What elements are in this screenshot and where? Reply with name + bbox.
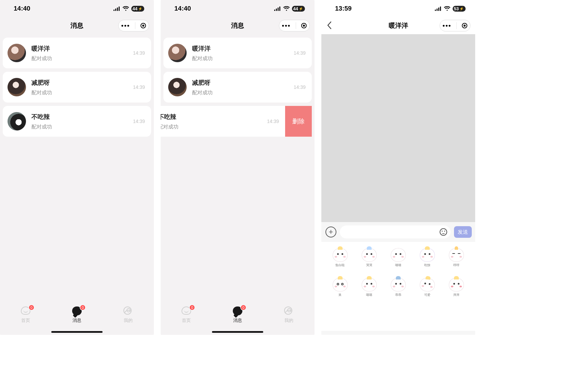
tab-label: 首页 [182,317,191,324]
sticker-item[interactable]: 嘻嘻 [359,278,380,297]
attach-button[interactable]: + [325,227,336,237]
delete-button[interactable]: 删除 [285,106,312,137]
sticker-item[interactable]: 拜拜 [446,278,467,297]
phone-messages-list: 14:40 44⚡ 消息 ••• 暖洋洋 配对成功 [0,0,154,335]
tab-home[interactable]: 0 首页 [21,306,30,324]
chat-message-area[interactable] [321,34,475,222]
conversation-name: 不吃辣 [161,113,267,121]
close-icon[interactable] [141,23,146,28]
conversation-item[interactable]: 减肥呀 配对成功 14:39 [3,72,151,102]
sticker-item[interactable]: 喵喵 [388,248,409,268]
status-time: 14:40 [174,5,191,12]
battery-icon: 53⚡ [453,6,466,12]
conversation-time: 14:39 [294,50,306,56]
tab-label: 消息 [72,317,81,324]
back-button[interactable] [327,21,332,31]
conversation-time: 14:39 [294,84,306,90]
sticker-panel: 告白啦 哭哭 喵喵 吃惊 哼哼 呆 嘻嘻 乖乖 可爱 拜拜 [321,242,475,331]
sticker-caption: 拜拜 [446,293,467,297]
close-icon[interactable] [462,23,467,28]
sticker-caption: 哭哭 [359,263,380,268]
conversation-preview: 配对成功 [192,55,294,62]
avatar [168,78,187,96]
close-icon[interactable] [301,23,307,28]
conversation-preview: 配对成功 [31,90,133,96]
badge: 0 [189,304,195,311]
more-icon[interactable]: ••• [443,22,452,29]
battery-icon: 44⚡ [131,6,144,12]
sticker-item[interactable]: 哼哼 [446,248,467,268]
sticker-caption: 可爱 [417,293,438,297]
svg-rect-9 [437,9,438,11]
more-icon[interactable]: ••• [121,22,130,29]
tab-label: 消息 [233,317,242,324]
svg-rect-6 [278,8,279,11]
sticker-item[interactable]: 吃惊 [417,248,438,268]
sticker-item[interactable]: 乖乖 [388,278,409,297]
status-bar: 14:40 44⚡ [0,0,154,17]
battery-icon: 44⚡ [292,6,305,12]
conversation-item[interactable]: 不吃辣 配对成功 14:39 [3,106,151,137]
tab-mine[interactable]: 我的 [284,306,294,324]
tab-label: 我的 [124,317,133,324]
sticker-caption: 告白啦 [330,263,351,268]
message-input[interactable] [340,226,451,238]
conversation-time: 14:39 [133,119,145,124]
sticker-caption: 喵喵 [388,263,409,268]
svg-rect-0 [113,10,115,11]
sticker-item[interactable]: 可爱 [417,278,438,297]
status-time: 14:40 [14,5,30,12]
svg-rect-1 [115,9,116,11]
sticker-caption: 乖乖 [388,293,409,297]
sticker-caption: 嘻嘻 [359,293,380,297]
sticker-item[interactable]: 告白啦 [330,248,351,268]
conversation-item[interactable]: 暖洋洋 配对成功 14:39 [163,38,312,68]
miniprogram-capsule[interactable]: ••• [440,20,470,31]
tab-label: 首页 [21,317,30,324]
wifi-icon [283,6,290,11]
emoji-button[interactable] [440,228,447,236]
home-indicator [51,331,103,333]
svg-rect-4 [274,10,275,11]
conversation-item[interactable]: 减肥呀 配对成功 14:39 [163,72,312,102]
avatar [8,44,26,62]
conversation-item-swiped[interactable]: 不吃辣 配对成功 14:39 删除 [161,106,312,137]
conversation-name: 减肥呀 [31,79,133,87]
tab-messages[interactable]: 0 消息 [233,306,242,324]
conversation-list: 暖洋洋 配对成功 14:39 减肥呀 配对成功 14:39 不吃辣 配对成功 1… [0,34,154,137]
avatar [8,78,26,96]
conversation-name: 暖洋洋 [192,44,294,53]
tab-home[interactable]: 0 首页 [182,306,191,324]
conversation-time: 14:39 [267,119,279,124]
signal-icon [113,6,120,11]
svg-rect-5 [276,9,277,11]
tab-mine[interactable]: 我的 [123,306,133,324]
page-title: 消息 [70,21,83,30]
badge: 0 [240,304,246,311]
conversation-item[interactable]: 暖洋洋 配对成功 14:39 [3,38,151,68]
header: 消息 ••• [161,17,315,34]
conversation-preview: 配对成功 [31,124,133,130]
header: 消息 ••• [0,17,154,34]
wifi-icon [444,6,451,11]
profile-icon [284,306,292,315]
miniprogram-capsule[interactable]: ••• [118,20,149,31]
chat-header: 暖洋洋 ••• [321,17,475,34]
svg-rect-11 [440,6,441,11]
tab-label: 我的 [284,317,293,324]
chat-input-bar: + 发送 [321,222,475,242]
conversation-name: 暖洋洋 [31,44,133,53]
conversation-time: 14:39 [133,50,145,56]
signal-icon [435,6,442,11]
sticker-caption: 吃惊 [417,263,438,268]
tab-messages[interactable]: 0 消息 [72,306,82,324]
more-icon[interactable]: ••• [282,22,291,29]
sticker-item[interactable]: 呆 [330,278,351,297]
svg-rect-3 [119,6,120,11]
sticker-caption: 哼哼 [446,263,467,268]
tab-bar: 0 首页 0 消息 我的 [161,304,315,329]
send-button[interactable]: 发送 [454,226,472,238]
miniprogram-capsule[interactable]: ••• [279,20,310,31]
sticker-item[interactable]: 哭哭 [359,248,380,268]
conversation-name: 不吃辣 [31,113,133,121]
